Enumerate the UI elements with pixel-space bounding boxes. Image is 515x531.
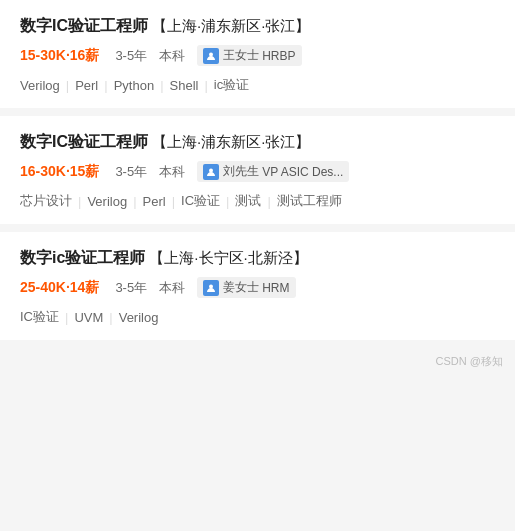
tag-perl-1: Perl <box>75 78 98 93</box>
job-title-2: 数字IC验证工程师 <box>20 132 148 153</box>
tag-test-2: 测试 <box>235 192 261 210</box>
job-card-2[interactable]: 数字IC验证工程师 【上海·浦东新区·张江】 16-30K·15薪 3-5年 本… <box>0 116 515 224</box>
job-list: 数字IC验证工程师 【上海·浦东新区·张江】 15-30K·16薪 3-5年 本… <box>0 0 515 377</box>
tags-row-1: Verilog | Perl | Python | Shell | ic验证 <box>20 76 495 94</box>
job-title-1: 数字IC验证工程师 <box>20 16 148 37</box>
recruiter-badge-3: 姜女士 HRM <box>197 277 295 298</box>
job-location-2: 【上海·浦东新区·张江】 <box>152 133 310 152</box>
tags-row-2: 芯片设计 | Verilog | Perl | IC验证 | 测试 | 测试工程… <box>20 192 495 210</box>
tag-python-1: Python <box>114 78 154 93</box>
job-title-row-1: 数字IC验证工程师 【上海·浦东新区·张江】 <box>20 16 495 37</box>
job-title-row-2: 数字IC验证工程师 【上海·浦东新区·张江】 <box>20 132 495 153</box>
svg-point-0 <box>209 52 213 56</box>
watermark: CSDN @移知 <box>0 348 515 377</box>
tag-testengineer-2: 测试工程师 <box>277 192 342 210</box>
recruiter-title-1: HRBP <box>262 49 295 63</box>
job-title-3: 数字ic验证工程师 <box>20 248 145 269</box>
job-info-row-3: 25-40K·14薪 3-5年 本科 姜女士 HRM <box>20 277 495 298</box>
tag-icverify-1: ic验证 <box>214 76 249 94</box>
tag-verilog-3: Verilog <box>119 310 159 325</box>
job-card-3[interactable]: 数字ic验证工程师 【上海·长宁区·北新泾】 25-40K·14薪 3-5年 本… <box>0 232 515 340</box>
tag-verilog-1: Verilog <box>20 78 60 93</box>
tag-uvm-3: UVM <box>74 310 103 325</box>
job-info-row-2: 16-30K·15薪 3-5年 本科 刘先生 VP ASIC Des... <box>20 161 495 182</box>
tag-shell-1: Shell <box>170 78 199 93</box>
recruiter-icon-2 <box>203 164 219 180</box>
tag-perl-2: Perl <box>143 194 166 209</box>
recruiter-badge-1: 王女士 HRBP <box>197 45 301 66</box>
recruiter-icon-3 <box>203 280 219 296</box>
salary-3: 25-40K·14薪 <box>20 279 99 297</box>
recruiter-title-3: HRM <box>262 281 289 295</box>
education-1: 本科 <box>159 47 185 65</box>
experience-2: 3-5年 <box>115 163 147 181</box>
experience-3: 3-5年 <box>115 279 147 297</box>
experience-1: 3-5年 <box>115 47 147 65</box>
tag-icverify-3: IC验证 <box>20 308 59 326</box>
job-location-3: 【上海·长宁区·北新泾】 <box>149 249 307 268</box>
salary-1: 15-30K·16薪 <box>20 47 99 65</box>
tag-chipdesign-2: 芯片设计 <box>20 192 72 210</box>
tag-icverify-2: IC验证 <box>181 192 220 210</box>
svg-point-1 <box>209 168 213 172</box>
job-card-1[interactable]: 数字IC验证工程师 【上海·浦东新区·张江】 15-30K·16薪 3-5年 本… <box>0 0 515 108</box>
recruiter-name-3: 姜女士 <box>223 279 259 296</box>
job-info-row-1: 15-30K·16薪 3-5年 本科 王女士 HRBP <box>20 45 495 66</box>
tags-row-3: IC验证 | UVM | Verilog <box>20 308 495 326</box>
recruiter-badge-2: 刘先生 VP ASIC Des... <box>197 161 349 182</box>
recruiter-title-2: VP ASIC Des... <box>262 165 343 179</box>
education-3: 本科 <box>159 279 185 297</box>
recruiter-icon-1 <box>203 48 219 64</box>
salary-2: 16-30K·15薪 <box>20 163 99 181</box>
recruiter-name-1: 王女士 <box>223 47 259 64</box>
svg-point-2 <box>209 284 213 288</box>
recruiter-name-2: 刘先生 <box>223 163 259 180</box>
tag-verilog-2: Verilog <box>87 194 127 209</box>
job-location-1: 【上海·浦东新区·张江】 <box>152 17 310 36</box>
job-title-row-3: 数字ic验证工程师 【上海·长宁区·北新泾】 <box>20 248 495 269</box>
education-2: 本科 <box>159 163 185 181</box>
